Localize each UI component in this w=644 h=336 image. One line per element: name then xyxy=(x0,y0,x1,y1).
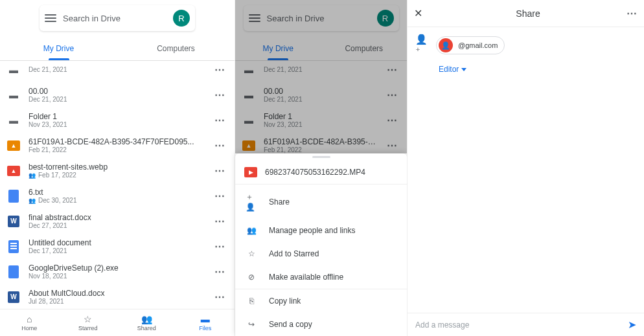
copy-icon: ⎘ xyxy=(246,297,257,306)
tab-my-drive[interactable]: My Drive xyxy=(0,36,117,60)
message-bar: Add a message ➤ xyxy=(408,313,644,336)
send-icon[interactable]: ➤ xyxy=(628,319,636,331)
tab-computers: Computers xyxy=(321,36,408,60)
search-bar[interactable]: Search in Drive R xyxy=(40,5,195,31)
share-title: Share xyxy=(430,8,627,19)
drive-main-panel: Search in Drive R My Drive Computers ▬De… xyxy=(0,0,235,336)
sheet-star[interactable]: ☆Add to Starred xyxy=(235,242,407,265)
file-list[interactable]: ▬Dec 21, 2021⋯▬00.00Dec 21, 2021⋯▬Folder… xyxy=(0,61,235,309)
file-row: ▬00.00Dec 21, 2021⋯ xyxy=(235,82,407,107)
share-panel: ✕ Share ⋯ 👤⁺ 👤 @gmail.com Editor Add a m… xyxy=(407,0,644,336)
add-person-icon[interactable]: 👤⁺ xyxy=(415,34,428,57)
file-info: 61F019A1-BCDE-482A-B395-347F70FED095...F… xyxy=(264,137,376,153)
file-info: GoogleDriveSetup (2).exeNov 18, 2021 xyxy=(29,263,204,280)
more-icon[interactable]: ⋯ xyxy=(212,263,228,280)
file-name: 61F019A1-BCDE-482A-B395-347F70FED095... xyxy=(29,137,204,146)
account-avatar: R xyxy=(377,10,394,27)
menu-icon[interactable] xyxy=(45,14,56,22)
file-list-dimmed: ▬Dec 21, 2021⋯▬00.00Dec 21, 2021⋯▬Folder… xyxy=(235,61,407,153)
text-file-icon xyxy=(8,190,19,203)
close-icon[interactable]: ✕ xyxy=(414,7,430,19)
file-row[interactable]: ▬Dec 21, 2021⋯ xyxy=(0,61,235,82)
role-selector[interactable]: Editor xyxy=(439,65,636,74)
search-placeholder: Search in Drive xyxy=(63,14,167,23)
file-row[interactable]: Untitled documentDec 17, 2021⋯ xyxy=(0,234,235,259)
search-placeholder: Search in Drive xyxy=(267,14,371,23)
nav-home[interactable]: ⌂Home xyxy=(0,309,59,336)
file-date: Nov 18, 2021 xyxy=(29,273,204,280)
file-row[interactable]: WAbout MultCloud.docxJul 28, 2021⋯ xyxy=(0,284,235,309)
bottom-nav: ⌂Home ☆Starred 👥Shared ▬Files xyxy=(0,309,235,336)
chevron-down-icon xyxy=(461,68,466,71)
search-bar[interactable]: Search in Drive R xyxy=(244,5,399,31)
sheet-handle[interactable] xyxy=(312,156,330,158)
nav-files[interactable]: ▬Files xyxy=(176,309,235,336)
file-name: Folder 1 xyxy=(29,112,204,121)
file-row[interactable]: Wfinal abstract.docxDec 27, 2021⋯ xyxy=(0,208,235,234)
recipient-avatar: 👤 xyxy=(439,38,453,52)
more-icon[interactable]: ⋯ xyxy=(212,238,228,255)
file-row[interactable]: ▬00.00Dec 21, 2021⋯ xyxy=(0,82,235,107)
sheet-manage[interactable]: 👥Manage people and links xyxy=(235,219,407,242)
sheet-share[interactable]: ＋👤Share xyxy=(235,185,407,219)
file-name: 00.00 xyxy=(264,87,376,96)
nav-shared[interactable]: 👥Shared xyxy=(117,309,176,336)
nav-starred[interactable]: ☆Starred xyxy=(59,309,118,336)
file-name: 00.00 xyxy=(29,87,204,96)
file-date: 👥 Feb 17, 2022 xyxy=(29,172,204,179)
file-name: Untitled document xyxy=(29,238,204,247)
more-icon[interactable]: ⋯ xyxy=(212,137,228,154)
file-name: GoogleDriveSetup (2).exe xyxy=(29,263,204,273)
person-add-icon: ＋👤 xyxy=(246,192,257,212)
file-date: Dec 21, 2021 xyxy=(264,66,376,73)
file-name: About MultCloud.docx xyxy=(29,289,204,298)
video-icon: ▶ xyxy=(244,167,257,177)
more-icon[interactable]: ⋯ xyxy=(212,162,228,179)
file-info: Dec 21, 2021 xyxy=(264,66,376,73)
image-icon: ▲ xyxy=(242,140,255,151)
file-row[interactable]: ▲best-torrent-sites.webp👥 Feb 17, 2022⋯ xyxy=(0,158,235,183)
file-row[interactable]: ▲61F019A1-BCDE-482A-B395-347F70FED095...… xyxy=(0,133,235,158)
recipient-chip[interactable]: 👤 @gmail.com xyxy=(436,36,505,54)
message-input[interactable]: Add a message xyxy=(415,320,628,330)
file-row[interactable]: GoogleDriveSetup (2).exeNov 18, 2021⋯ xyxy=(0,259,235,284)
file-info: best-torrent-sites.webp👥 Feb 17, 2022 xyxy=(29,162,204,179)
tab-computers[interactable]: Computers xyxy=(117,36,235,60)
folder-icon: ▬ xyxy=(244,90,253,100)
sheet-copy-link[interactable]: ⎘Copy link xyxy=(235,289,407,313)
file-info: Dec 21, 2021 xyxy=(29,66,204,73)
more-icon[interactable]: ⋯ xyxy=(212,111,228,129)
menu-icon xyxy=(249,14,260,22)
context-sheet: ▶ 6982374075053162292.MP4 ＋👤Share 👥Manag… xyxy=(235,153,407,336)
shared-icon: 👥 xyxy=(29,172,36,179)
more-icon[interactable]: ⋯ xyxy=(212,288,228,306)
file-row[interactable]: ▬Folder 1Nov 23, 2021⋯ xyxy=(0,107,235,133)
sheet-send-copy[interactable]: ↪Send a copy xyxy=(235,313,407,336)
drive-tabs: My Drive Computers xyxy=(0,36,235,61)
exe-icon xyxy=(8,265,19,278)
more-icon: ⋯ xyxy=(384,111,400,129)
file-date: Dec 21, 2021 xyxy=(264,96,376,103)
file-info: Folder 1Nov 23, 2021 xyxy=(29,112,204,128)
file-info: 6.txt👥 Dec 30, 2021 xyxy=(29,188,204,204)
file-date: Dec 27, 2021 xyxy=(29,222,204,229)
file-name: best-torrent-sites.webp xyxy=(29,162,204,172)
sheet-offline[interactable]: ⊘Make available offline xyxy=(235,265,407,289)
file-row: ▬Folder 1Nov 23, 2021⋯ xyxy=(235,107,407,133)
star-icon: ☆ xyxy=(84,314,92,324)
file-row[interactable]: 6.txt👥 Dec 30, 2021⋯ xyxy=(0,183,235,208)
more-icon[interactable]: ⋯ xyxy=(212,187,228,205)
image-icon: ▲ xyxy=(7,166,20,176)
more-icon[interactable]: ⋯ xyxy=(212,61,228,78)
file-date: Nov 23, 2021 xyxy=(29,121,204,128)
share-header: ✕ Share ⋯ xyxy=(408,0,644,27)
more-icon: ⋯ xyxy=(384,86,400,104)
folder-icon: ▬ xyxy=(9,90,18,100)
folder-icon: ▬ xyxy=(244,115,253,126)
sheet-header: ▶ 6982374075053162292.MP4 xyxy=(235,161,407,185)
more-icon[interactable]: ⋯ xyxy=(627,7,638,19)
more-icon[interactable]: ⋯ xyxy=(212,212,228,230)
file-date: Feb 21, 2022 xyxy=(29,146,204,153)
account-avatar[interactable]: R xyxy=(173,10,190,27)
more-icon[interactable]: ⋯ xyxy=(212,86,228,104)
